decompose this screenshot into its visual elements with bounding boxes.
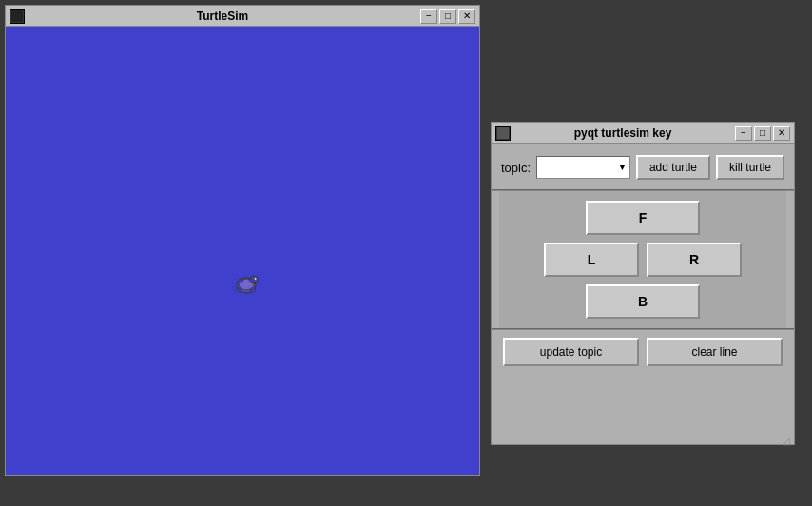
topic-row: topic: add turtle kill turtle bbox=[499, 151, 786, 184]
pyqt-icon bbox=[495, 126, 511, 141]
topic-select-wrapper bbox=[536, 156, 630, 179]
add-turtle-button[interactable]: add turtle bbox=[636, 155, 710, 180]
pyqt-title: pyqt turtlesim key bbox=[511, 126, 735, 140]
pyqt-minimize-button[interactable]: − bbox=[735, 126, 752, 141]
pyqt-content: topic: add turtle kill turtle F L R B bbox=[492, 144, 794, 378]
pyqt-close-button[interactable]: ✕ bbox=[773, 126, 790, 141]
pyqt-controls: − □ ✕ bbox=[735, 126, 790, 141]
backward-button[interactable]: B bbox=[586, 284, 700, 319]
turtlesim-close-button[interactable]: ✕ bbox=[458, 9, 475, 24]
action-row: update topic clear line bbox=[499, 330, 786, 370]
turtlesim-icon bbox=[10, 9, 25, 24]
pyqt-window: pyqt turtlesim key − □ ✕ topic: add turt… bbox=[491, 122, 795, 445]
kill-turtle-button[interactable]: kill turtle bbox=[716, 155, 784, 180]
resize-grip[interactable] bbox=[783, 433, 794, 444]
turtlesim-maximize-button[interactable]: □ bbox=[439, 9, 456, 24]
turtlesim-minimize-button[interactable]: − bbox=[420, 9, 437, 24]
svg-point-5 bbox=[256, 279, 257, 280]
right-button[interactable]: R bbox=[647, 243, 742, 277]
pyqt-maximize-button[interactable]: □ bbox=[754, 126, 771, 141]
forward-button[interactable]: F bbox=[586, 201, 700, 235]
left-button[interactable]: L bbox=[544, 243, 639, 277]
turtlesim-titlebar: TurtleSim − □ ✕ bbox=[6, 6, 479, 27]
turtle-canvas bbox=[6, 27, 479, 475]
topic-select[interactable] bbox=[536, 156, 630, 179]
turtlesim-title: TurtleSim bbox=[25, 10, 420, 23]
clear-line-button[interactable]: clear line bbox=[647, 338, 783, 366]
forward-row: F bbox=[586, 201, 700, 235]
left-right-row: L R bbox=[544, 243, 742, 277]
topic-label: topic: bbox=[501, 161, 531, 175]
update-topic-button[interactable]: update topic bbox=[503, 338, 639, 366]
direction-area: F L R B bbox=[499, 191, 786, 328]
turtlesim-window: TurtleSim − □ ✕ bbox=[5, 5, 480, 476]
turtlesim-controls: − □ ✕ bbox=[420, 9, 475, 24]
pyqt-titlebar: pyqt turtlesim key − □ ✕ bbox=[492, 123, 794, 144]
backward-row: B bbox=[586, 284, 700, 319]
svg-rect-12 bbox=[497, 127, 509, 139]
svg-rect-0 bbox=[11, 10, 23, 22]
turtle-sprite bbox=[227, 264, 265, 302]
